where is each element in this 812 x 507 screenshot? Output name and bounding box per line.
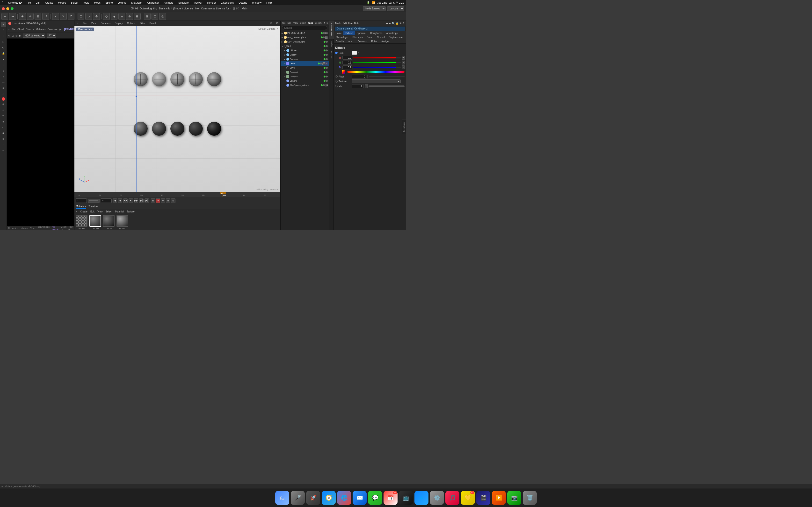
- mix-input[interactable]: [352, 84, 364, 88]
- obj-glossy[interactable]: ▶ Glossy: [281, 53, 329, 57]
- sidebar-magnet[interactable]: ): [1, 74, 6, 79]
- menu-spline[interactable]: Spline: [104, 1, 114, 4]
- camera-close[interactable]: ×: [277, 27, 278, 30]
- sidebar-sphere[interactable]: ●: [1, 56, 6, 62]
- go-end[interactable]: ▶|: [145, 199, 149, 203]
- sidebar-cursor[interactable]: ↖: [1, 142, 6, 147]
- mat-material[interactable]: Material: [115, 210, 124, 213]
- sidebar-s[interactable]: S: [1, 107, 6, 113]
- tab-specular[interactable]: Specular: [355, 31, 368, 35]
- search-input[interactable]: [282, 25, 327, 30]
- snap-btn2[interactable]: ⊕: [161, 199, 165, 203]
- obj-cube[interactable]: ▼ Cube △: [281, 61, 329, 66]
- menu-tools[interactable]: Tools: [82, 1, 90, 4]
- pencil-icon[interactable]: ✏: [358, 52, 360, 54]
- sidebar-lock[interactable]: 🔒: [1, 51, 6, 56]
- obj-key-light[interactable]: ▶ KEY_OctaneLight: [281, 40, 329, 44]
- obj-sphere[interactable]: Sphere: [281, 79, 329, 83]
- snap-btn[interactable]: ⊡: [78, 13, 84, 20]
- vp-cameras[interactable]: Cameras: [100, 22, 111, 24]
- sidebar-round[interactable]: ◎: [1, 101, 6, 107]
- obj-fill-light-2[interactable]: ▶ Fill_OctaneLight.2: [281, 31, 329, 35]
- rpanel-tab-layers[interactable]: Layers: [329, 39, 334, 49]
- menu-volume[interactable]: Volume: [117, 1, 128, 4]
- menu-modes[interactable]: Modes: [57, 1, 67, 4]
- tab-roughness[interactable]: Roughness: [368, 31, 385, 35]
- vp-view[interactable]: View: [90, 22, 97, 24]
- b-step-down[interactable]: ▼: [402, 65, 405, 69]
- menu-edit[interactable]: Edit: [35, 1, 41, 4]
- g-input[interactable]: [343, 61, 352, 64]
- range-btn[interactable]: ⊡: [171, 199, 175, 203]
- sidebar-half[interactable]: ◑: [1, 130, 6, 136]
- b-input[interactable]: [343, 65, 352, 69]
- tab-film[interactable]: Film layer: [350, 35, 365, 39]
- sidebar-checker2[interactable]: ⊠: [1, 119, 6, 124]
- mat-edit[interactable]: Edit: [90, 210, 95, 213]
- props-settings[interactable]: ⚙: [402, 22, 405, 24]
- mix-radio[interactable]: [335, 85, 338, 88]
- props-edit[interactable]: Edit: [343, 22, 347, 24]
- props-user-data[interactable]: User Data: [348, 22, 359, 24]
- loop-btn[interactable]: ⊟: [151, 199, 155, 203]
- lv-tool4[interactable]: ◉: [18, 34, 21, 37]
- sidebar-pointer[interactable]: ☞: [1, 148, 6, 153]
- go-start[interactable]: |◀: [113, 199, 117, 203]
- play-back[interactable]: ◀◀: [123, 199, 128, 203]
- node-spaces-select[interactable]: Node Spaces: [363, 6, 386, 11]
- menu-extensions[interactable]: Extensions: [220, 1, 235, 4]
- sidebar-rect[interactable]: R: [1, 39, 6, 44]
- sidebar-scale[interactable]: |: [1, 33, 6, 39]
- keyframe-btn[interactable]: ⊞: [166, 199, 170, 203]
- prev-frame[interactable]: ◀: [118, 199, 122, 203]
- menu-window[interactable]: Window: [251, 1, 262, 4]
- obj-create[interactable]: ◇: [103, 13, 110, 20]
- apple-menu[interactable]: : [2, 1, 3, 5]
- obj-rim-light[interactable]: ▶ RIM_OctaneLight.1: [281, 35, 329, 40]
- menu-file[interactable]: File: [26, 1, 32, 4]
- b-slider[interactable]: [353, 67, 401, 68]
- workplane[interactable]: ⊡: [152, 13, 158, 20]
- mat-swatch-4[interactable]: OctDiff: [116, 215, 128, 229]
- redo-btn[interactable]: ↪: [9, 13, 16, 20]
- vp-file[interactable]: File: [82, 22, 88, 24]
- layouts-select[interactable]: Layouts: [387, 6, 404, 11]
- tab-anisotropy[interactable]: Anisotropy: [384, 31, 400, 35]
- lv-tool3[interactable]: ⊡: [15, 34, 17, 37]
- obj-tab-view[interactable]: View: [293, 22, 298, 24]
- tab-basic[interactable]: Basic: [334, 31, 343, 35]
- r-step-down[interactable]: ▼: [402, 56, 405, 60]
- props-lock[interactable]: 🔒: [396, 22, 399, 24]
- minimize-button[interactable]: [6, 7, 9, 10]
- grid-toggle[interactable]: ⊞: [144, 13, 151, 20]
- props-expand[interactable]: ⊞: [400, 22, 401, 24]
- lv-renderer-select[interactable]: PT: [47, 34, 56, 38]
- obj-btn2[interactable]: ⊟: [326, 22, 328, 24]
- props-back[interactable]: ◀: [386, 22, 388, 24]
- obj-btn1[interactable]: ▼: [323, 22, 326, 24]
- menu-character[interactable]: Character: [146, 1, 160, 4]
- menu-create[interactable]: Create: [44, 1, 54, 4]
- mat-swatch-1[interactable]: OctSpec: [76, 215, 88, 229]
- object-mode[interactable]: X: [52, 13, 59, 20]
- tab-editor[interactable]: Editor: [369, 39, 379, 44]
- frame-slider[interactable]: [88, 199, 100, 203]
- mix-step-down[interactable]: ▼: [365, 84, 367, 88]
- move-tool[interactable]: ✛: [27, 13, 34, 20]
- sidebar-deform[interactable]: ⚙: [1, 45, 6, 50]
- obj-plussphere[interactable]: PlusSphere_volume: [281, 83, 329, 88]
- close-button[interactable]: [2, 7, 5, 10]
- color-swatch[interactable]: [352, 51, 357, 55]
- floor[interactable]: ⊟: [134, 13, 141, 20]
- vp-ctrl2[interactable]: ↓: [273, 22, 275, 25]
- tab-normal[interactable]: Normal: [375, 35, 387, 39]
- tab-timeline[interactable]: Timeline: [89, 205, 98, 208]
- props-fwd[interactable]: ▶: [389, 22, 391, 24]
- start-frame-input[interactable]: [76, 199, 87, 203]
- lv-objects[interactable]: Objects: [26, 28, 34, 31]
- mat-create[interactable]: Create: [80, 210, 88, 213]
- next-frame[interactable]: ▶|: [139, 199, 144, 203]
- sidebar-ruler[interactable]: —: [1, 80, 6, 85]
- vp-ctrl3[interactable]: ⊡: [276, 22, 278, 25]
- tab-materials[interactable]: Materials: [76, 205, 86, 209]
